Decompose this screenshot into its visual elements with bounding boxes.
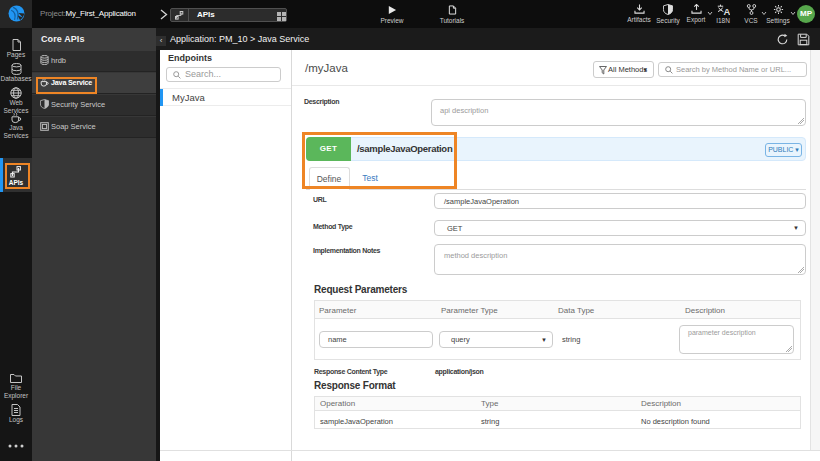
svg-text:A: A [723, 6, 729, 16]
